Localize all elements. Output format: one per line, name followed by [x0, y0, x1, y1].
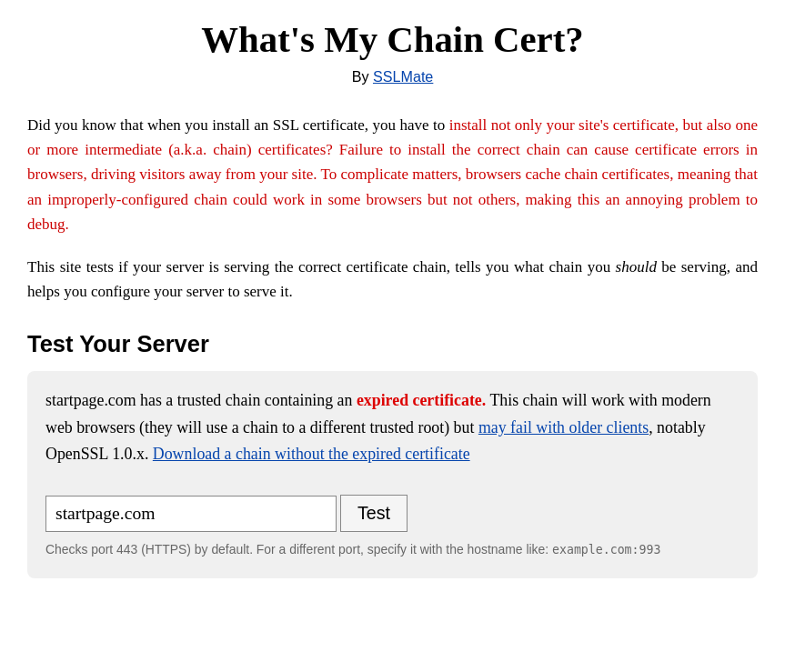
hint-label: Checks port 443 (HTTPS) by default. For … [45, 542, 552, 557]
result-text-before: startpage.com has a trusted chain contai… [45, 391, 357, 409]
sslmate-link[interactable]: SSLMate [373, 68, 433, 85]
byline-text: By [352, 68, 373, 85]
test-button[interactable]: Test [340, 495, 408, 532]
intro-p2-italic: should [616, 258, 657, 276]
intro-paragraph-1: Did you know that when you install an SS… [27, 113, 758, 236]
byline: By SSLMate [27, 68, 758, 85]
expired-label: expired certificate. [357, 391, 486, 409]
intro-normal-text: Did you know that when you install an SS… [27, 116, 449, 134]
intro-paragraph-2: This site tests if your server is servin… [27, 255, 758, 304]
section-heading: Test Your Server [27, 331, 758, 357]
test-form-row: Test [45, 495, 740, 532]
download-chain-link[interactable]: Download a chain without the expired cer… [153, 445, 470, 463]
intro-p2-before: This site tests if your server is servin… [27, 258, 616, 276]
result-box: startpage.com has a trusted chain contai… [27, 371, 758, 578]
intro-highlight-text: install not only your site's certificate… [27, 116, 758, 233]
page-title: What's My Chain Cert? [27, 18, 758, 61]
hint-code: example.com:993 [552, 543, 660, 557]
hint-text: Checks port 443 (HTTPS) by default. For … [45, 539, 740, 560]
older-clients-link[interactable]: may fail with older clients [478, 418, 649, 436]
domain-input[interactable] [45, 496, 337, 532]
